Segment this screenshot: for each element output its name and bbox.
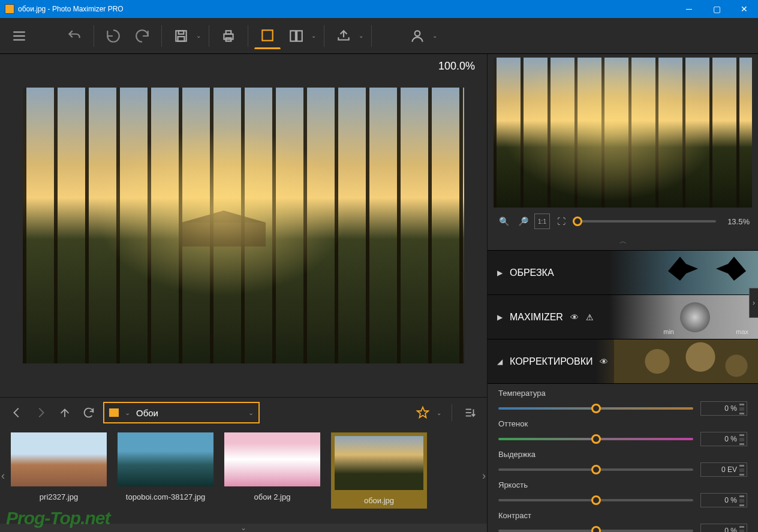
save-button[interactable] bbox=[168, 23, 194, 49]
menu-button[interactable] bbox=[6, 23, 32, 49]
svg-point-12 bbox=[415, 31, 420, 36]
accordion-crop-label: ОБРЕЗКА bbox=[510, 267, 554, 278]
nav-back-button[interactable] bbox=[7, 403, 26, 422]
folder-name: Обои bbox=[136, 408, 158, 418]
thumb-image bbox=[118, 432, 213, 486]
zoom-in-icon[interactable]: 🔎 bbox=[515, 214, 531, 229]
folder-icon bbox=[109, 408, 119, 417]
slider-label: Выдержка bbox=[498, 450, 747, 459]
slider-row: Оттенок0 % bbox=[498, 419, 747, 446]
accordion-maximizer-label: MAXIMIZER bbox=[510, 312, 563, 323]
account-button[interactable] bbox=[404, 23, 431, 49]
slider-track[interactable] bbox=[498, 407, 693, 410]
accordion-adjustments[interactable]: ◢ КОРРЕКТИРОВКИ 👁 bbox=[488, 339, 758, 384]
thumb-label: обои.jpg bbox=[364, 496, 394, 505]
slider-value[interactable]: 0 EV bbox=[700, 462, 747, 477]
revert-button[interactable] bbox=[61, 23, 88, 49]
slider-row: Контраст0 % bbox=[498, 511, 747, 532]
thumb-image bbox=[224, 432, 320, 486]
minimize-button[interactable]: ─ bbox=[675, 0, 703, 18]
sort-button[interactable] bbox=[461, 403, 480, 422]
thumbnail[interactable]: обои.jpg bbox=[331, 432, 427, 509]
accordion-crop[interactable]: ▶ ОБРЕЗКА bbox=[488, 251, 758, 295]
slider-label: Оттенок bbox=[498, 419, 747, 428]
accordion-maximizer[interactable]: ▶ MAXIMIZER 👁 ⚠ min max bbox=[488, 295, 758, 339]
svg-rect-11 bbox=[297, 31, 302, 41]
thumbnail[interactable]: topoboi.com-38127.jpg bbox=[118, 432, 213, 501]
slider-track[interactable] bbox=[498, 468, 693, 471]
app-icon bbox=[5, 4, 14, 14]
thumb-image bbox=[11, 432, 107, 486]
slider-label: Яркость bbox=[498, 480, 747, 489]
slider-row: Температура0 % bbox=[498, 389, 747, 416]
thumb-label: topoboi.com-38127.jpg bbox=[126, 492, 205, 501]
main-image bbox=[23, 88, 464, 363]
slider-track[interactable] bbox=[498, 499, 693, 501]
refresh-button[interactable] bbox=[79, 403, 98, 422]
expand-panel-tab[interactable]: › bbox=[749, 288, 758, 318]
zoom-slider[interactable] bbox=[573, 220, 716, 223]
close-button[interactable]: ✕ bbox=[730, 0, 758, 18]
slider-row: Выдержка0 EV bbox=[498, 450, 747, 477]
slider-value[interactable]: 0 % bbox=[700, 493, 747, 507]
slider-row: Яркость0 % bbox=[498, 480, 747, 507]
slider-value[interactable]: 0 % bbox=[700, 524, 747, 532]
eye-icon: 👁 bbox=[570, 312, 579, 322]
share-dropdown[interactable]: ⌄ bbox=[357, 32, 365, 39]
warning-icon: ⚠ bbox=[586, 312, 594, 322]
slider-label: Температура bbox=[498, 389, 747, 398]
share-button[interactable] bbox=[330, 23, 357, 49]
save-dropdown[interactable]: ⌄ bbox=[194, 32, 203, 39]
redo-button[interactable] bbox=[129, 23, 155, 49]
collapse-preview[interactable]: ︿ bbox=[488, 235, 758, 250]
thumbs-next[interactable]: › bbox=[482, 470, 486, 482]
toolbar: ⌄ ⌄ ⌄ ⌄ bbox=[0, 18, 758, 54]
single-view-button[interactable] bbox=[254, 23, 281, 49]
nav-up-button[interactable] bbox=[55, 403, 74, 422]
thumbnail[interactable]: обои 2.jpg bbox=[224, 432, 320, 501]
slider-label: Контраст bbox=[498, 511, 747, 520]
slider-track[interactable] bbox=[498, 438, 693, 440]
filmstrip: ⌄ Обои ⌄ ⌄ ‹ › pri2327.jpgtopoboi.com-38… bbox=[0, 397, 487, 532]
eye-icon: 👁 bbox=[600, 357, 608, 366]
expand-icon: ▶ bbox=[497, 269, 503, 277]
canvas-area[interactable]: 100.0% bbox=[0, 54, 487, 397]
thumb-image bbox=[335, 436, 423, 490]
favorite-button[interactable] bbox=[413, 403, 432, 422]
svg-rect-5 bbox=[178, 37, 185, 41]
compare-view-button[interactable] bbox=[283, 23, 309, 49]
slider-value[interactable]: 0 % bbox=[700, 401, 747, 416]
nav-forward-button[interactable] bbox=[31, 403, 50, 422]
thumb-label: pri2327.jpg bbox=[40, 492, 78, 501]
accordion-adjustments-label: КОРРЕКТИРОВКИ bbox=[510, 356, 592, 367]
svg-rect-10 bbox=[290, 31, 296, 41]
zoom-value: 13.5% bbox=[720, 217, 750, 226]
expand-icon: ▶ bbox=[497, 313, 503, 321]
zoom-fit-icon[interactable]: ⛶ bbox=[554, 214, 569, 229]
dial-icon bbox=[680, 302, 710, 332]
slider-value[interactable]: 0 % bbox=[700, 432, 747, 446]
view-dropdown[interactable]: ⌄ bbox=[309, 32, 318, 39]
collapse-icon: ◢ bbox=[497, 357, 503, 366]
slider-track[interactable] bbox=[498, 530, 693, 532]
thumb-label: обои 2.jpg bbox=[254, 492, 291, 501]
window-title: обои.jpg - Photo Maximizer PRO bbox=[18, 5, 675, 13]
zoom-out-icon[interactable]: 🔍 bbox=[496, 214, 512, 229]
right-panel: 🔍 🔎 1:1 ⛶ 13.5% ︿ ▶ ОБРЕЗКА ▶ MAXIMIZER … bbox=[487, 54, 758, 532]
account-dropdown[interactable]: ⌄ bbox=[431, 32, 439, 39]
folder-path[interactable]: ⌄ Обои ⌄ bbox=[103, 402, 260, 423]
undo-button[interactable] bbox=[100, 23, 127, 49]
maximize-button[interactable]: ▢ bbox=[703, 0, 730, 18]
thumbnail[interactable]: pri2327.jpg bbox=[11, 432, 107, 501]
zoom-actual-icon[interactable]: 1:1 bbox=[534, 214, 550, 229]
favorite-dropdown[interactable]: ⌄ bbox=[435, 410, 443, 416]
filmstrip-collapse[interactable]: ⌄ bbox=[0, 524, 487, 532]
thumbs-prev[interactable]: ‹ bbox=[1, 470, 5, 482]
svg-rect-4 bbox=[179, 31, 184, 34]
svg-rect-9 bbox=[262, 30, 272, 40]
print-button[interactable] bbox=[215, 23, 242, 49]
svg-rect-7 bbox=[226, 31, 231, 34]
preview-image[interactable] bbox=[494, 58, 752, 208]
gears-icon bbox=[614, 339, 758, 383]
zoom-label: 100.0% bbox=[438, 60, 475, 73]
